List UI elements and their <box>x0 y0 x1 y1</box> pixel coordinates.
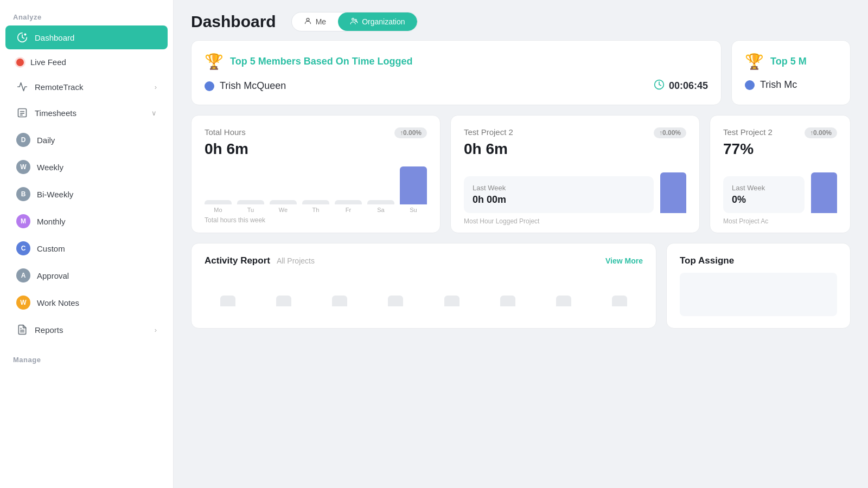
project-bar <box>660 172 686 213</box>
last-week-box: Last Week 0h 00m <box>464 176 654 213</box>
sidebar-item-worknotes[interactable]: W Work Notes <box>5 290 168 316</box>
act-bar-6 <box>484 274 531 306</box>
svg-point-0 <box>24 34 26 36</box>
bar-label-mo: Mo <box>214 207 222 213</box>
content-area: 🏆 Top 5 Members Based On Time Logged Tri… <box>174 40 868 488</box>
act-bar-8 <box>597 274 643 306</box>
page-title: Dashboard <box>191 12 276 31</box>
activity-icon <box>16 81 28 93</box>
hours-bar-chart: Mo Tu We Th <box>205 164 427 213</box>
sidebar-item-timesheets[interactable]: Timesheets ∨ <box>5 101 168 125</box>
act-bar-shape-4 <box>388 296 403 306</box>
test-project-card-2: Test Project 2 ↑0.00% 77% Last Week 0% <box>710 115 851 233</box>
trophy-member-row-2: Trish Mc <box>745 79 837 91</box>
bar-col-sa: Sa <box>367 164 394 213</box>
svg-point-7 <box>307 18 309 21</box>
bar-su <box>400 166 427 204</box>
top-assignee-card: Top Assigne <box>666 243 851 329</box>
act-bar-shape-2 <box>276 296 291 306</box>
test-project-2-header: Test Project 2 ↑0.00% <box>723 127 837 138</box>
last-week-value: 0h 00m <box>473 194 645 206</box>
test-project-2-badge: ↑0.00% <box>805 127 837 138</box>
sidebar-item-approval[interactable]: A Approval <box>5 262 168 288</box>
daily-avatar: D <box>16 133 30 147</box>
stats-row: Total Hours ↑0.00% 0h 6m Mo Tu We <box>191 115 851 233</box>
act-bar-shape-7 <box>556 296 571 306</box>
org-icon <box>350 17 358 27</box>
member-time: 00:06:45 <box>654 79 708 93</box>
act-bar-4 <box>373 274 419 306</box>
activity-sub: All Projects <box>277 256 315 265</box>
bar-col-th: Th <box>302 164 329 213</box>
sidebar-item-monthly[interactable]: M Monthly <box>5 208 168 234</box>
test-project-2-label: Test Project 2 <box>723 127 773 137</box>
bar-tu <box>237 200 264 204</box>
tab-organization[interactable]: Organization <box>338 12 417 31</box>
test-project-footer: Most Hour Logged Project <box>464 217 686 225</box>
test-project-2-value: 77% <box>723 140 837 158</box>
sidebar: Analyze Dashboard Live Feed RemoteTrack … <box>0 0 174 488</box>
bar-fr <box>335 200 362 204</box>
act-bar-1 <box>205 274 251 306</box>
bar-col-mo: Mo <box>205 164 232 213</box>
trophy-card-2-header: 🏆 Top 5 M <box>745 53 837 70</box>
member-name-2: Trish Mc <box>760 79 837 91</box>
test-project-inner: Last Week 0h 00m <box>464 164 686 213</box>
activity-header: Activity Report All Projects View More <box>205 255 643 266</box>
sidebar-item-daily[interactable]: D Daily <box>5 127 168 153</box>
biweekly-avatar: B <box>16 187 30 201</box>
test-project-left: Last Week 0h 00m <box>464 172 654 213</box>
gauge-icon <box>16 31 28 43</box>
top-members-card-2: 🏆 Top 5 M Trish Mc <box>731 40 851 105</box>
bar-col-fr: Fr <box>335 164 362 213</box>
sidebar-item-label-monthly: Monthly <box>37 217 66 226</box>
sidebar-section-manage: Manage <box>0 351 173 367</box>
sidebar-item-remotetrack[interactable]: RemoteTrack › <box>5 75 168 99</box>
sidebar-item-weekly[interactable]: W Weekly <box>5 154 168 180</box>
top-assignee-content <box>680 273 837 316</box>
reports-chevron-icon: › <box>155 326 157 334</box>
weekly-avatar: W <box>16 160 30 174</box>
act-bar-2 <box>260 274 307 306</box>
person-icon <box>304 17 312 27</box>
custom-avatar: C <box>16 241 30 255</box>
bar-col-tu: Tu <box>237 164 264 213</box>
trophy-title-2: Top 5 M <box>770 56 807 67</box>
bar-sa <box>367 200 394 204</box>
bar-th <box>302 200 329 204</box>
test-project-right <box>660 164 686 213</box>
sidebar-item-label-timesheets: Timesheets <box>35 108 76 118</box>
sidebar-item-dashboard[interactable]: Dashboard <box>5 25 168 49</box>
act-bar-5 <box>429 274 475 306</box>
member-dot-2 <box>745 80 755 90</box>
total-hours-card: Total Hours ↑0.00% 0h 6m Mo Tu We <box>191 115 441 233</box>
total-hours-badge: ↑0.00% <box>394 127 427 138</box>
bar-label-tu: Tu <box>247 207 254 213</box>
last-week-label-2: Last Week <box>732 184 796 192</box>
sidebar-item-label-weekly: Weekly <box>37 163 63 172</box>
timesheets-sub-items: D Daily W Weekly B Bi-Weekly M Monthly C… <box>0 126 173 317</box>
chevron-down-icon: ∨ <box>151 109 157 117</box>
approval-avatar: A <box>16 268 30 282</box>
test-project-card: Test Project 2 ↑0.00% 0h 6m Last Week 0h… <box>450 115 700 233</box>
trophy-cards-row: 🏆 Top 5 Members Based On Time Logged Tri… <box>191 40 851 105</box>
act-bar-shape-8 <box>612 296 627 306</box>
svg-point-9 <box>355 20 356 21</box>
act-bar-shape-3 <box>332 296 347 306</box>
test-project-2-footer: Most Project Ac <box>723 217 837 225</box>
bar-label-we: We <box>279 207 288 213</box>
act-bar-shape-6 <box>500 296 515 306</box>
tab-me[interactable]: Me <box>292 12 338 31</box>
sidebar-item-biweekly[interactable]: B Bi-Weekly <box>5 181 168 207</box>
sidebar-item-custom[interactable]: C Custom <box>5 235 168 261</box>
bar-mo <box>205 200 232 204</box>
sidebar-item-live-feed[interactable]: Live Feed <box>5 52 168 73</box>
test-project-2-right <box>811 164 837 213</box>
sidebar-item-reports[interactable]: Reports › <box>5 318 168 342</box>
worknotes-avatar: W <box>16 296 30 310</box>
activity-card: Activity Report All Projects View More <box>191 243 656 329</box>
sidebar-item-label-reports: Reports <box>35 325 63 335</box>
monthly-avatar: M <box>16 214 30 228</box>
test-project-2-left: Last Week 0% <box>723 172 805 213</box>
view-more-link[interactable]: View More <box>605 256 643 265</box>
